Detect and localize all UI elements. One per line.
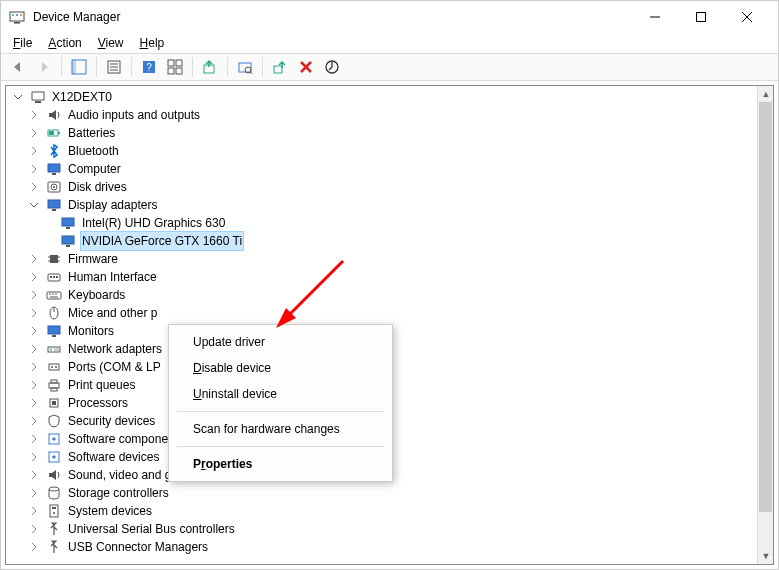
menu-scan-hardware[interactable]: Scan for hardware changes — [169, 416, 392, 442]
menu-view[interactable]: View — [90, 34, 132, 52]
tree-item[interactable]: Batteries — [6, 124, 773, 142]
expand-icon[interactable] — [28, 379, 40, 391]
menu-update-driver[interactable]: Update driver — [169, 329, 392, 355]
tree-item[interactable]: Audio inputs and outputs — [6, 106, 773, 124]
expand-icon[interactable] — [28, 523, 40, 535]
expand-icon[interactable] — [28, 469, 40, 481]
scan-hardware-button[interactable] — [234, 56, 256, 78]
svg-rect-61 — [48, 326, 60, 334]
expand-icon[interactable] — [28, 397, 40, 409]
tree-item[interactable]: Mice and other p — [6, 304, 773, 322]
expand-icon[interactable] — [28, 415, 40, 427]
scroll-down-arrow[interactable]: ▼ — [758, 548, 774, 564]
tree-item[interactable]: Display adapters — [6, 196, 773, 214]
close-button[interactable] — [724, 1, 770, 33]
hid-icon — [46, 269, 62, 285]
svg-rect-54 — [47, 292, 61, 299]
expand-icon[interactable] — [28, 127, 40, 139]
monitor-icon — [60, 233, 76, 249]
expand-icon[interactable] — [28, 163, 40, 175]
back-button[interactable] — [7, 56, 29, 78]
tree-item[interactable]: Intel(R) UHD Graphics 630 — [6, 214, 773, 232]
tree-item[interactable]: Universal Serial Bus controllers — [6, 520, 773, 538]
scroll-up-arrow[interactable]: ▲ — [758, 86, 774, 102]
keyboard-icon — [46, 287, 62, 303]
menu-uninstall-device[interactable]: Uninstall device — [169, 381, 392, 407]
expand-icon[interactable] — [28, 253, 40, 265]
tree-item[interactable]: Disk drives — [6, 178, 773, 196]
expand-icon[interactable] — [28, 505, 40, 517]
expand-icon[interactable] — [28, 343, 40, 355]
window-controls — [632, 1, 770, 33]
tree-item[interactable]: Bluetooth — [6, 142, 773, 160]
scroll-thumb[interactable] — [759, 102, 772, 512]
uninstall-device-button[interactable] — [295, 56, 317, 78]
cpu-icon — [46, 395, 62, 411]
tree-item[interactable]: Firmware — [6, 250, 773, 268]
tree-root[interactable]: X12DEXT0 — [6, 88, 773, 106]
expand-icon[interactable] — [28, 181, 40, 193]
expand-icon[interactable] — [28, 289, 40, 301]
menubar: File Action View Help — [1, 33, 778, 53]
tree-item[interactable]: System devices — [6, 502, 773, 520]
properties-button[interactable] — [103, 56, 125, 78]
disk-icon — [46, 179, 62, 195]
minimize-button[interactable] — [632, 1, 678, 33]
svg-rect-43 — [62, 236, 74, 244]
tree-item-label: NVIDIA GeForce GTX 1660 Ti — [80, 231, 244, 251]
expand-icon[interactable] — [28, 325, 40, 337]
menu-properties[interactable]: Properties — [169, 451, 392, 477]
maximize-button[interactable] — [678, 1, 724, 33]
tree-item[interactable]: Keyboards — [6, 286, 773, 304]
expand-icon[interactable] — [28, 361, 40, 373]
help-button[interactable]: ? — [138, 56, 160, 78]
svg-rect-18 — [176, 60, 182, 66]
expand-icon[interactable] — [28, 433, 40, 445]
software-icon — [46, 449, 62, 465]
tree-item[interactable]: USB Connector Managers — [6, 538, 773, 556]
tree-item-label: Network adapters — [66, 340, 164, 358]
expand-icon[interactable] — [28, 109, 40, 121]
menu-action[interactable]: Action — [40, 34, 89, 52]
svg-point-2 — [12, 14, 14, 16]
svg-rect-53 — [56, 276, 58, 278]
menu-file[interactable]: File — [5, 34, 40, 52]
update-driver-button[interactable] — [199, 56, 221, 78]
svg-rect-34 — [48, 164, 60, 172]
tree-item-label: USB Connector Managers — [66, 538, 210, 556]
disable-device-button[interactable] — [321, 56, 343, 78]
tree-item[interactable]: Human Interface — [6, 268, 773, 286]
expand-icon[interactable] — [28, 145, 40, 157]
vertical-scrollbar[interactable]: ▲ ▼ — [757, 86, 773, 564]
expand-icon[interactable] — [28, 487, 40, 499]
expand-icon[interactable] — [28, 451, 40, 463]
forward-button[interactable] — [33, 56, 55, 78]
svg-rect-25 — [274, 66, 282, 73]
expand-icon[interactable] — [28, 541, 40, 553]
tree-area: X12DEXT0Audio inputs and outputsBatterie… — [5, 85, 774, 565]
svg-rect-40 — [52, 209, 56, 211]
tree-item[interactable]: NVIDIA GeForce GTX 1660 Ti — [6, 232, 773, 250]
enable-device-button[interactable] — [269, 56, 291, 78]
svg-rect-73 — [52, 401, 56, 405]
usb-icon — [46, 521, 62, 537]
expand-icon[interactable] — [28, 307, 40, 319]
toolbar-separator — [262, 57, 263, 77]
tree-item[interactable]: Storage controllers — [6, 484, 773, 502]
collapse-icon[interactable] — [12, 91, 24, 103]
device-tree[interactable]: X12DEXT0Audio inputs and outputsBatterie… — [6, 86, 773, 558]
titlebar: Device Manager — [1, 1, 778, 33]
monitor-icon — [46, 161, 62, 177]
expand-icon[interactable] — [28, 271, 40, 283]
menu-disable-device[interactable]: Disable device — [169, 355, 392, 381]
tree-item-label: Disk drives — [66, 178, 129, 196]
tree-item-label: Software devices — [66, 448, 161, 466]
tree-item-label: Batteries — [66, 124, 117, 142]
show-hide-console-button[interactable] — [68, 56, 90, 78]
collapse-icon[interactable] — [28, 199, 40, 211]
menu-help[interactable]: Help — [132, 34, 173, 52]
tree-item[interactable]: Computer — [6, 160, 773, 178]
toggle-view-button[interactable] — [164, 56, 186, 78]
svg-rect-51 — [50, 276, 52, 278]
svg-rect-65 — [54, 348, 59, 351]
